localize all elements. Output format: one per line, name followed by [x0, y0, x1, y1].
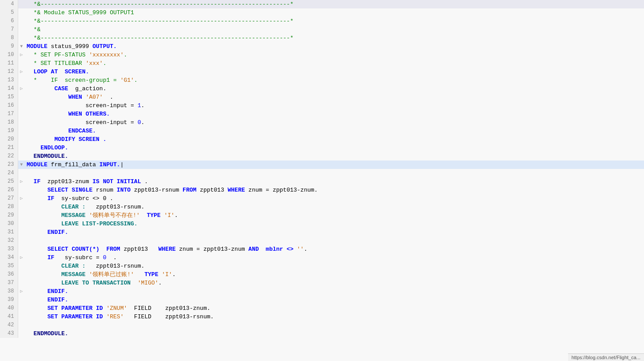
line-number: 29 [0, 211, 18, 220]
code-segment: <> 0 . [92, 195, 113, 202]
code-segment: * [27, 60, 40, 67]
code-line: SELECT SINGLE rsnum INTO zppt013-rsnum F… [25, 186, 644, 194]
table-row: 32 [0, 237, 644, 245]
code-line: *&--------------------------------------… [25, 0, 644, 8]
fold-indicator [18, 321, 25, 329]
code-segment: 'MIGO' [138, 280, 159, 286]
line-number: 17 [0, 110, 18, 118]
code-segment: INTO [117, 187, 134, 193]
line-number: 16 [0, 101, 18, 110]
code-segment: WHEN [68, 94, 86, 100]
code-segment: '领料单已过账!' [89, 271, 134, 278]
code-segment: MESSAGE [61, 271, 89, 278]
line-number: 43 [0, 329, 18, 338]
table-row: 43 ENDMODULE. [0, 329, 644, 338]
code-segment: . [172, 271, 176, 278]
line-number: 10 [0, 51, 18, 59]
code-segment: g_action. [68, 85, 107, 92]
code-segment [27, 297, 48, 303]
fold-indicator[interactable]: ▼ [18, 42, 25, 51]
code-segment: *& Module STATUS_9999 OUTPUT1 [27, 9, 134, 16]
code-segment: LOOP AT SCREEN. [34, 68, 89, 75]
code-line: *& Module STATUS_9999 OUTPUT1 [25, 8, 644, 17]
table-row: 20 MODIFY SCREEN . [0, 135, 644, 144]
code-segment: FROM [183, 187, 200, 193]
code-segment [27, 153, 34, 160]
code-segment: frm_fill_data [51, 161, 99, 168]
code-segment: zppt013-rsnum [134, 187, 183, 193]
code-segment [27, 195, 48, 202]
code-segment: ENDIF. [48, 229, 68, 236]
fold-indicator [18, 0, 25, 8]
code-segment [27, 85, 54, 92]
table-row: 23▼MODULE frm_fill_data INPUT.| [0, 160, 644, 169]
code-segment: zppt013-znum [48, 178, 92, 185]
code-line: LEAVE TO TRANSACTION 'MIGO'. [25, 279, 644, 287]
code-segment: IF [48, 254, 61, 261]
code-segment: 'xxx' [86, 60, 103, 67]
fold-indicator[interactable]: ▷ [18, 253, 25, 262]
code-line: LEAVE LIST-PROCESSING. [25, 220, 644, 228]
code-segment: MODULE [27, 43, 51, 50]
line-number: 42 [0, 321, 18, 329]
table-row: 35 CLEAR : zppt013-rsnum. [0, 262, 644, 270]
fold-indicator [18, 304, 25, 313]
code-segment: IF [48, 195, 61, 202]
table-row: 12▷ LOOP AT SCREEN. [0, 68, 644, 76]
table-row: 42 [0, 321, 644, 329]
code-segment: screen-input = [27, 119, 138, 126]
code-line: SELECT COUNT(*) FROM zppt013 WHERE znum … [25, 245, 644, 253]
line-number: 32 [0, 237, 18, 245]
table-row: 9▼MODULE status_9999 OUTPUT. [0, 42, 644, 51]
code-segment: screen-input = [27, 102, 138, 109]
line-number: 38 [0, 287, 18, 296]
code-segment [27, 212, 61, 219]
fold-indicator [18, 270, 25, 279]
code-segment: FIELD zppt013-rsnum. [123, 313, 214, 320]
code-segment: zppt013-rsnum. [89, 204, 144, 210]
code-line: SET PARAMETER ID 'RES' FIELD zppt013-rsn… [25, 313, 644, 321]
code-segment [27, 330, 34, 337]
fold-indicator [18, 211, 25, 220]
code-segment: zppt013 [123, 246, 151, 253]
fold-indicator[interactable]: ▷ [18, 287, 25, 296]
code-segment: . [175, 212, 178, 219]
fold-indicator[interactable]: ▷ [18, 177, 25, 186]
code-segment [27, 271, 61, 278]
line-number: 36 [0, 270, 18, 279]
table-row: 4 *&------------------------------------… [0, 0, 644, 8]
code-segment: . [134, 77, 138, 84]
fold-indicator[interactable]: ▼ [18, 160, 25, 169]
fold-indicator[interactable]: ▷ [18, 51, 25, 59]
table-row: 26 SELECT SINGLE rsnum INTO zppt013-rsnu… [0, 186, 644, 194]
code-line: CLEAR : zppt013-rsnum. [25, 203, 644, 211]
code-segment: TYPE [140, 212, 164, 219]
code-segment [27, 254, 48, 261]
line-number: 39 [0, 296, 18, 304]
line-number: 6 [0, 17, 18, 25]
table-row: 41 SET PARAMETER ID 'RES' FIELD zppt013-… [0, 313, 644, 321]
line-number: 7 [0, 25, 18, 34]
fold-indicator [18, 279, 25, 287]
code-segment: . [141, 102, 144, 109]
code-line: LOOP AT SCREEN. [25, 68, 644, 76]
fold-indicator[interactable]: ▷ [18, 68, 25, 76]
line-number: 15 [0, 93, 18, 101]
table-row: 7 *& [0, 25, 644, 34]
code-segment: . [141, 119, 144, 126]
line-number: 5 [0, 8, 18, 17]
line-number: 23 [0, 160, 18, 169]
fold-indicator[interactable]: ▷ [18, 194, 25, 203]
fold-indicator[interactable]: ▷ [18, 84, 25, 93]
line-number: 19 [0, 127, 18, 135]
code-line: screen-input = 0. [25, 118, 644, 127]
code-segment: 'ZNUM' [106, 305, 127, 312]
fold-indicator [18, 127, 25, 135]
code-line: *&--------------------------------------… [25, 17, 644, 25]
code-segment [27, 187, 48, 193]
code-line: IF sy-subrc = 0 . [25, 253, 644, 262]
code-segment: SET PARAMETER ID [48, 305, 107, 312]
code-segment: sy-subrc [61, 195, 92, 202]
table-row: 21 ENDLOOP. [0, 144, 644, 152]
code-line: * IF screen-group1 = 'G1'. [25, 76, 644, 84]
